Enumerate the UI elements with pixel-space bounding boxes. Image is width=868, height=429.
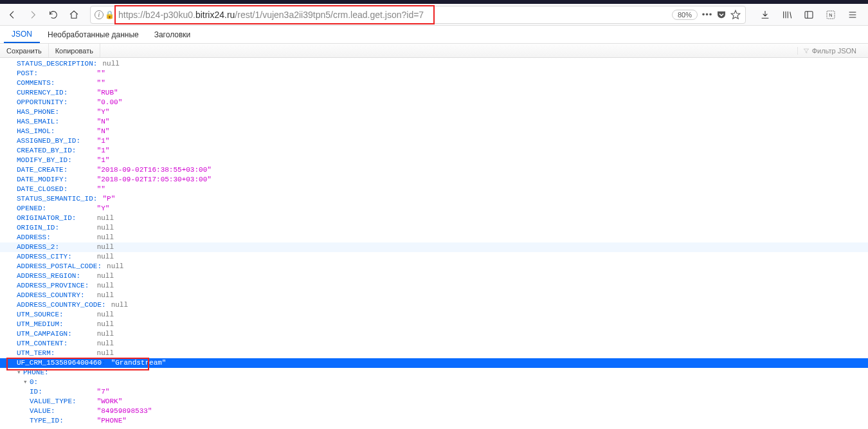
json-value: null [102, 59, 119, 69]
more-icon[interactable]: ••• [701, 9, 713, 21]
tab-json[interactable]: JSON [4, 26, 40, 43]
json-row-ASSIGNED_BY_ID[interactable]: ASSIGNED_BY_ID:"1" [0, 136, 868, 146]
json-key: STATUS_DESCRIPTION [17, 59, 93, 69]
json-row-UTM_CONTENT[interactable]: UTM_CONTENT:null [0, 339, 868, 349]
json-row-UTM_SOURCE[interactable]: UTM_SOURCE:null [0, 310, 868, 320]
info-icon[interactable]: i [95, 10, 104, 19]
json-key: CREATED_BY_ID [17, 146, 72, 156]
downloads-icon[interactable] [756, 6, 774, 24]
zoom-badge[interactable]: 80% [672, 10, 698, 20]
json-row-OPENED[interactable]: OPENED:"Y" [0, 204, 868, 214]
json-key: ORIGINATOR_ID [17, 214, 72, 223]
json-value: null [97, 233, 114, 242]
tab-raw-data[interactable]: Необработанные данные [40, 26, 147, 43]
json-key: HAS_EMAIL [17, 117, 55, 127]
json-row-HAS_IMOL[interactable]: HAS_IMOL:"N" [0, 127, 868, 136]
json-row-ADDRESS_POSTAL_CODE[interactable]: ADDRESS_POSTAL_CODE:null [0, 262, 868, 271]
json-row-ADDRESS_COUNTRY_CODE[interactable]: ADDRESS_COUNTRY_CODE:null [0, 300, 868, 310]
toolbar-right-cluster: N [752, 6, 865, 24]
json-actionbar: Сохранить Копировать Фильтр JSON [0, 44, 868, 58]
menu-icon[interactable] [844, 6, 862, 24]
collapse-arrow-icon[interactable]: ▾ [17, 368, 23, 378]
action-copy[interactable]: Копировать [49, 44, 100, 57]
json-row-UTM_TERM[interactable]: UTM_TERM:null [0, 349, 868, 358]
sidebar-icon[interactable] [800, 6, 818, 24]
json-value: "N" [97, 127, 110, 136]
json-row-HAS_PHONE[interactable]: HAS_PHONE:"Y" [0, 107, 868, 117]
json-row-UTM_CAMPAIGN[interactable]: UTM_CAMPAIGN:null [0, 329, 868, 339]
json-row-ID[interactable]: ID:"7" [0, 387, 868, 397]
json-row-ORIGINATOR_ID[interactable]: ORIGINATOR_ID:null [0, 214, 868, 223]
json-row-DATE_CLOSED[interactable]: DATE_CLOSED:"" [0, 185, 868, 194]
json-key: TYPE_ID [30, 416, 59, 426]
reload-button[interactable] [44, 5, 63, 24]
json-row-CURRENCY_ID[interactable]: CURRENCY_ID:"RUB" [0, 88, 868, 98]
json-row-MODIFY_BY_ID[interactable]: MODIFY_BY_ID:"1" [0, 156, 868, 165]
json-value: "1" [97, 146, 110, 156]
json-value: "2018-09-02T16:38:55+03:00" [97, 165, 212, 175]
tab-headers[interactable]: Заголовки [147, 26, 199, 43]
json-row-VALUE[interactable]: VALUE:"84959898533" [0, 406, 868, 416]
json-key: UTM_CONTENT [17, 339, 64, 349]
json-tree[interactable]: STATUS_DESCRIPTION:nullPOST:""COMMENTS:"… [0, 58, 868, 426]
json-value: null [97, 320, 114, 329]
json-row-DATE_MODIFY[interactable]: DATE_MODIFY:"2018-09-02T17:05:30+03:00" [0, 175, 868, 185]
json-row-STATUS_SEMANTIC_ID[interactable]: STATUS_SEMANTIC_ID:"P" [0, 194, 868, 204]
json-key: CURRENCY_ID [17, 88, 64, 98]
bookmark-star-icon[interactable] [730, 9, 741, 21]
json-row-ADDRESS_PROVINCE[interactable]: ADDRESS_PROVINCE:null [0, 281, 868, 291]
json-row-UTM_MEDIUM[interactable]: UTM_MEDIUM:null [0, 320, 868, 329]
json-row-COMMENTS[interactable]: COMMENTS:"" [0, 78, 868, 88]
json-row-POST[interactable]: POST:"" [0, 69, 868, 78]
json-row-ADDRESS_COUNTRY[interactable]: ADDRESS_COUNTRY:null [0, 291, 868, 300]
back-button[interactable] [3, 5, 22, 24]
json-value: "WORK" [97, 397, 123, 406]
json-value: null [97, 329, 114, 339]
json-value: null [97, 281, 114, 291]
json-row-ADDRESS_2[interactable]: ADDRESS_2:null [0, 242, 868, 252]
json-value: "PHONE" [97, 416, 127, 426]
json-key: UTM_SOURCE [17, 310, 59, 320]
pocket-icon[interactable] [716, 9, 727, 21]
json-row-DATE_CREATE[interactable]: DATE_CREATE:"2018-09-02T16:38:55+03:00" [0, 165, 868, 175]
json-value: null [97, 339, 114, 349]
json-value: "" [97, 185, 105, 194]
url-prefix: https://b24-p30ku0. [118, 10, 195, 20]
json-key: HAS_IMOL [17, 127, 51, 136]
json-row-0[interactable]: ▾0: [0, 378, 868, 387]
json-row-ADDRESS[interactable]: ADDRESS:null [0, 233, 868, 242]
svg-rect-0 [805, 11, 813, 18]
url-right-icons: ••• [701, 9, 741, 21]
filter-json-input[interactable]: Фильтр JSON [797, 47, 868, 55]
json-key: COMMENTS [17, 78, 51, 88]
json-row-CREATED_BY_ID[interactable]: CREATED_BY_ID:"1" [0, 146, 868, 156]
json-value: "Y" [97, 107, 110, 117]
json-key: POST [17, 69, 33, 78]
json-row-VALUE_TYPE[interactable]: VALUE_TYPE:"WORK" [0, 397, 868, 406]
json-key: ADDRESS_REGION [17, 271, 76, 281]
json-key: 0 [30, 378, 34, 387]
json-value: null [97, 252, 114, 262]
json-value: "84959898533" [97, 406, 152, 416]
extension-icon[interactable]: N [822, 6, 840, 24]
json-key: ADDRESS_POSTAL_CODE [17, 262, 97, 271]
forward-button[interactable] [23, 5, 42, 24]
json-row-ORIGIN_ID[interactable]: ORIGIN_ID:null [0, 223, 868, 233]
collapse-arrow-icon[interactable]: ▾ [23, 378, 30, 387]
json-row-PHONE[interactable]: ▾PHONE: [0, 368, 868, 378]
json-value: "1" [97, 156, 110, 165]
library-icon[interactable] [778, 6, 796, 24]
json-key: VALUE [30, 406, 51, 416]
action-save[interactable]: Сохранить [0, 44, 49, 57]
json-value: "0.00" [97, 98, 123, 107]
json-row-ADDRESS_REGION[interactable]: ADDRESS_REGION:null [0, 271, 868, 281]
json-row-OPPORTUNITY[interactable]: OPPORTUNITY:"0.00" [0, 98, 868, 107]
json-row-TYPE_ID[interactable]: TYPE_ID:"PHONE" [0, 416, 868, 426]
json-row-HAS_EMAIL[interactable]: HAS_EMAIL:"N" [0, 117, 868, 127]
url-bar[interactable]: i 🔒 https://b24-p30ku0.bitrix24.ru/rest/… [90, 6, 746, 24]
json-row-UF_CRM_1535896400460[interactable]: UF_CRM_1535896400460:"Grandstream" [0, 358, 868, 368]
home-button[interactable] [64, 5, 84, 24]
json-row-ADDRESS_CITY[interactable]: ADDRESS_CITY:null [0, 252, 868, 262]
json-value: null [111, 300, 128, 310]
json-row-STATUS_DESCRIPTION[interactable]: STATUS_DESCRIPTION:null [0, 59, 868, 69]
